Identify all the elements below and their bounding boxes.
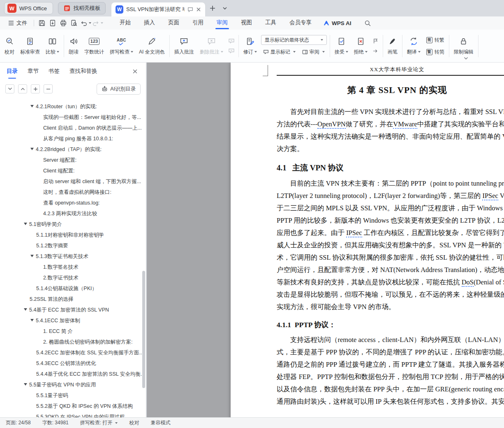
- tab-view[interactable]: 视图: [234, 16, 259, 30]
- sidebar-tab-chapters[interactable]: 章节: [28, 67, 39, 75]
- toc-item[interactable]: 5.1.2数字摘要: [0, 240, 146, 251]
- toc-item[interactable]: 5.5量子密码在 VPN 中的应用: [0, 379, 146, 390]
- undo-dropdown-icon[interactable]: [89, 22, 91, 24]
- toc-item[interactable]: 5.5.2基于 QKD 和 IPSec 的 VPN 体系结构: [0, 401, 146, 412]
- page-indicator[interactable]: 页面: 24/58: [6, 419, 31, 426]
- collapse-all-icon[interactable]: [18, 84, 27, 93]
- track-changes-button[interactable]: 修订: [240, 33, 260, 60]
- tab-tools[interactable]: 工具: [259, 16, 283, 30]
- wps-ai-button[interactable]: WPS AI: [318, 20, 356, 26]
- zoom-in-icon[interactable]: [31, 84, 40, 93]
- toc-item[interactable]: 4.2.3 两种实现方法比较: [0, 208, 146, 219]
- document-page[interactable]: XX大学本科毕业论文 第 4 章 SSL VPN 的实现 首先对目前主流的一些 …: [231, 63, 504, 417]
- wps-home-button[interactable]: W WPS Office: [4, 2, 53, 14]
- ai-recognize-toc-button[interactable]: AI识别目录: [97, 84, 141, 95]
- tab-docer-templates[interactable]: 找稻壳模板: [58, 2, 106, 14]
- delete-comment-button[interactable]: 删除批注: [197, 33, 226, 60]
- to-traditional-button[interactable]: 简 转繁: [424, 35, 446, 45]
- standard-review-button[interactable]: 标准审查: [17, 33, 43, 60]
- toc-item[interactable]: 2.数字证书技术: [0, 272, 146, 283]
- tab-reference[interactable]: 引用: [186, 16, 210, 30]
- toc-item[interactable]: 启动 server 端和 client 端，下图为双方握...: [0, 176, 146, 187]
- toc-item[interactable]: 2. 椭圆曲线公钥密码体制的加解密方案:: [0, 337, 146, 347]
- brush-button[interactable]: 画笔: [385, 33, 400, 60]
- undo-button[interactable]: [80, 20, 91, 26]
- toc-item[interactable]: 5.5.1量子密码: [0, 390, 146, 401]
- file-menu-button[interactable]: 文件: [4, 18, 31, 28]
- accept-button[interactable]: 接受: [332, 33, 351, 60]
- tab-review-active[interactable]: 审阅: [210, 16, 234, 30]
- dropdown-caret-icon: [57, 51, 59, 53]
- word-count-indicator[interactable]: 字数: 34981: [42, 419, 69, 426]
- tab-list-chevron-icon[interactable]: [220, 3, 230, 13]
- next-comment-icon[interactable]: [227, 48, 236, 54]
- spell-check-label: 拼写检查: [110, 49, 129, 56]
- toc-item[interactable]: 5.4基于 ECC 加密算法的 SSL VPN: [0, 305, 146, 315]
- sidebar-tab-toc[interactable]: 目录: [7, 67, 18, 75]
- toc-item[interactable]: 5.4.4基于优化 ECC 加密算法的 SSL 安全均衡...: [0, 369, 146, 379]
- toc-item[interactable]: Server 端配置:: [0, 155, 146, 165]
- toc-item[interactable]: 4.2.2Bridged（TAP）的实现:: [0, 144, 146, 155]
- toc-item[interactable]: 从客户端 ping 服务器 10.8.0.1:: [0, 133, 146, 144]
- toc-scrollbar-thumb[interactable]: [142, 271, 145, 388]
- toc-item[interactable]: 5.1.4公钥基础设施（PKI）: [0, 283, 146, 294]
- tab-document-active[interactable]: W SSL VPN加密算法研究 毕业: [111, 2, 205, 16]
- spell-check-button[interactable]: ABC 拼写检查: [107, 33, 136, 60]
- toc-item[interactable]: 查看 openvpn-status.log:: [0, 198, 146, 208]
- toc-item[interactable]: 5.4.3ECC 公钥算法的优化: [0, 358, 146, 369]
- toc-item[interactable]: 5.1.3数字证书相关技术: [0, 251, 146, 262]
- toc-item[interactable]: 5.4.2ECC 加密体制在 SSL 安全均衡握手方面...: [0, 347, 146, 358]
- toc-item[interactable]: 4.2.1Router（tun）的实现:: [0, 101, 146, 112]
- review-pane-button[interactable]: 审阅: [300, 47, 327, 57]
- next-change-icon[interactable]: [371, 48, 380, 54]
- doc-chat-icon[interactable]: [187, 7, 193, 12]
- redo-dropdown-icon[interactable]: [101, 22, 103, 24]
- ai-polish-button[interactable]: AI 全文润色: [136, 33, 168, 60]
- expand-all-icon[interactable]: [5, 84, 14, 93]
- tab-insert[interactable]: 插入: [137, 16, 162, 30]
- toc-item[interactable]: 5.1密码学简介: [0, 219, 146, 230]
- tab-close-icon[interactable]: [196, 7, 201, 12]
- search-icon[interactable]: [362, 18, 374, 28]
- toc-item[interactable]: Client 端配置:: [0, 165, 146, 176]
- reject-button[interactable]: 拒绝: [351, 33, 370, 60]
- toc-item[interactable]: 1. ECC 简 介: [0, 326, 146, 337]
- translate-button[interactable]: 翻译: [404, 33, 423, 60]
- toc-item[interactable]: 这时，查看虚拟机的网络接口:: [0, 187, 146, 198]
- new-tab-icon[interactable]: [208, 3, 217, 13]
- toc-item[interactable]: 5.5.3QKD 在 IPSec VPN 中的应用过程: [0, 412, 146, 417]
- save-button[interactable]: [37, 18, 47, 28]
- sidebar-tab-find-replace[interactable]: 查找和替换: [69, 67, 97, 75]
- proofread-button[interactable]: 校对: [2, 33, 17, 60]
- previous-comment-icon[interactable]: [227, 38, 236, 44]
- zoom-out-icon[interactable]: [44, 84, 53, 93]
- sidebar-tab-bookmarks[interactable]: 书签: [49, 67, 60, 75]
- redo-button[interactable]: [92, 20, 103, 26]
- toc-item[interactable]: 5.4.1ECC 加密体制: [0, 315, 146, 326]
- print-button[interactable]: [58, 18, 69, 28]
- toc-item[interactable]: Client 启动后，Damon 的状态提示——上...: [0, 123, 146, 133]
- tab-page[interactable]: 页面: [162, 16, 186, 30]
- previous-change-icon[interactable]: [371, 38, 380, 44]
- tab-member[interactable]: 会员专享: [283, 16, 318, 30]
- markup-state-select[interactable]: 显示标记的最终状态: [261, 35, 327, 45]
- insert-comment-button[interactable]: 插入批注: [171, 33, 197, 60]
- spell-check-status[interactable]: 拼写检查: 打开: [80, 419, 118, 426]
- show-markup-button[interactable]: 显示标记: [261, 47, 298, 57]
- toc-item[interactable]: 5.2SSL 算法的选择: [0, 294, 146, 305]
- tab-label: 找稻壳模板: [74, 5, 100, 12]
- restrict-edit-button[interactable]: 限制编辑: [451, 33, 476, 60]
- proofread-status[interactable]: 校对: [129, 419, 139, 426]
- export-pdf-button[interactable]: [47, 18, 58, 28]
- tab-home[interactable]: 开始: [113, 16, 137, 30]
- sidebar-close-icon[interactable]: [130, 67, 139, 76]
- toc-item[interactable]: 1.数字签名技术: [0, 262, 146, 272]
- to-simplified-button[interactable]: 繁 转简: [424, 47, 446, 57]
- print-preview-button[interactable]: [69, 18, 79, 28]
- word-count-button[interactable]: 123 字数统计: [81, 33, 107, 60]
- toc-item[interactable]: 5.1.1对称密钥和非对称密钥学: [0, 230, 146, 240]
- toc-item[interactable]: 实现的一些截图：Server 端初始化好，等...: [0, 112, 146, 123]
- group-launcher-icon[interactable]: [464, 57, 468, 60]
- compare-button[interactable]: 比较: [43, 33, 62, 60]
- read-aloud-button[interactable]: 朗读: [66, 33, 81, 60]
